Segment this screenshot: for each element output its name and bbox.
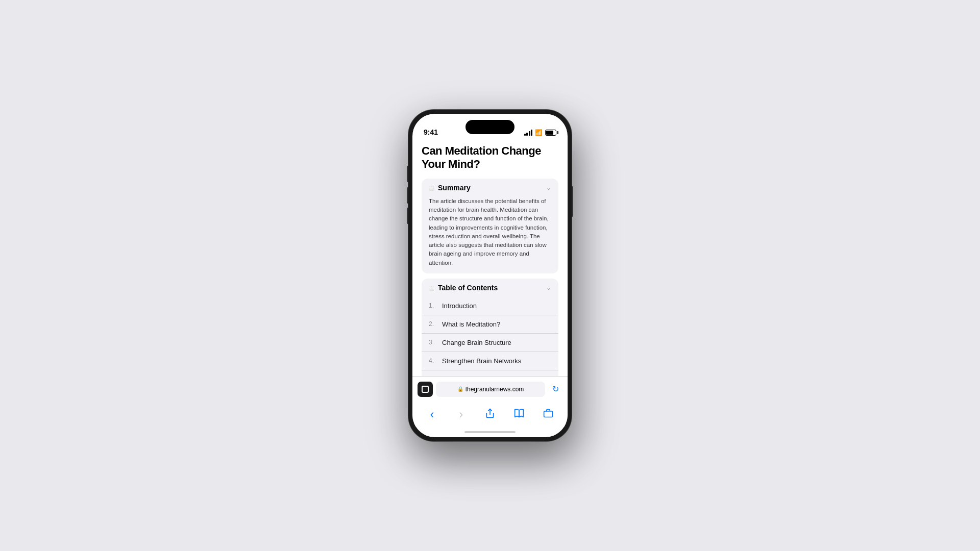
toc-item[interactable]: 3. Change Brain Structure [422,333,558,352]
toc-header[interactable]: ≣ Table of Contents ⌄ [422,279,558,297]
toc-item-number: 4. [429,357,437,364]
lock-icon: 🔒 [457,386,463,392]
toc-item-label: What is Meditation? [442,320,500,328]
nav-bar: ‹ › [412,402,568,427]
tab-switcher-button[interactable] [418,382,433,397]
toc-item-label: Change Brain Structure [442,339,511,346]
svg-rect-1 [544,411,552,417]
toc-item-label: Introduction [442,302,477,310]
toc-item-label: Strengthen Brain Networks [442,357,521,365]
phone-screen: 9:41 📶 Can Meditation Change Your Mind? [412,114,568,437]
toc-item[interactable]: 1. Introduction [422,297,558,315]
summary-body: The article discusses the potential bene… [422,197,558,273]
toc-item-number: 1. [429,302,437,309]
toc-icon: ≣ [429,284,435,292]
reload-button[interactable]: ↻ [548,384,562,394]
article-title: Can Meditation Change Your Mind? [422,144,558,171]
wifi-icon: 📶 [535,129,543,136]
url-bar[interactable]: 🔒 thegranularnews.com [436,382,545,397]
tabs-button[interactable] [539,405,557,423]
share-button[interactable] [481,405,499,423]
page-background: 9:41 📶 Can Meditation Change Your Mind? [0,0,980,551]
forward-button[interactable]: › [452,405,470,423]
toc-card[interactable]: ≣ Table of Contents ⌄ 1. Introduction 2.… [422,279,558,376]
home-bar [464,431,516,433]
bookmarks-button[interactable] [510,405,528,423]
forward-icon: › [459,407,463,421]
back-button[interactable]: ‹ [423,405,441,423]
home-indicator [412,427,568,437]
status-time: 9:41 [424,128,438,136]
toc-item[interactable]: 5. Improve Cognitive Function [422,370,558,376]
back-icon: ‹ [430,407,434,421]
share-icon [485,408,495,421]
url-text: thegranularnews.com [465,386,524,393]
toc-title: Table of Contents [438,284,498,292]
toc-chevron: ⌄ [546,284,551,291]
summary-icon: ≣ [429,184,435,192]
browser-bar: 🔒 thegranularnews.com ↻ [412,376,568,402]
tab-icon [422,386,429,393]
summary-card[interactable]: ≣ Summary ⌄ The article discusses the po… [422,179,558,273]
tabs-icon [543,408,553,420]
phone-device: 9:41 📶 Can Meditation Change Your Mind? [408,110,572,441]
battery-icon [545,130,556,136]
toc-item-number: 3. [429,339,437,346]
article-content: Can Meditation Change Your Mind? ≣ Summa… [412,140,568,376]
summary-title: Summary [438,184,471,192]
signal-icon [524,130,533,136]
summary-header-left: ≣ Summary [429,184,471,192]
summary-text: The article discusses the potential bene… [429,197,551,267]
toc-items-list: 1. Introduction 2. What is Meditation? 3… [422,297,558,376]
summary-header[interactable]: ≣ Summary ⌄ [422,179,558,197]
toc-header-left: ≣ Table of Contents [429,284,498,292]
summary-chevron: ⌄ [546,184,551,191]
dynamic-island [465,120,514,134]
toc-item-number: 2. [429,320,437,328]
toc-item[interactable]: 4. Strengthen Brain Networks [422,352,558,370]
status-icons: 📶 [524,129,557,136]
bookmarks-icon [514,408,524,420]
toc-item[interactable]: 2. What is Meditation? [422,315,558,333]
